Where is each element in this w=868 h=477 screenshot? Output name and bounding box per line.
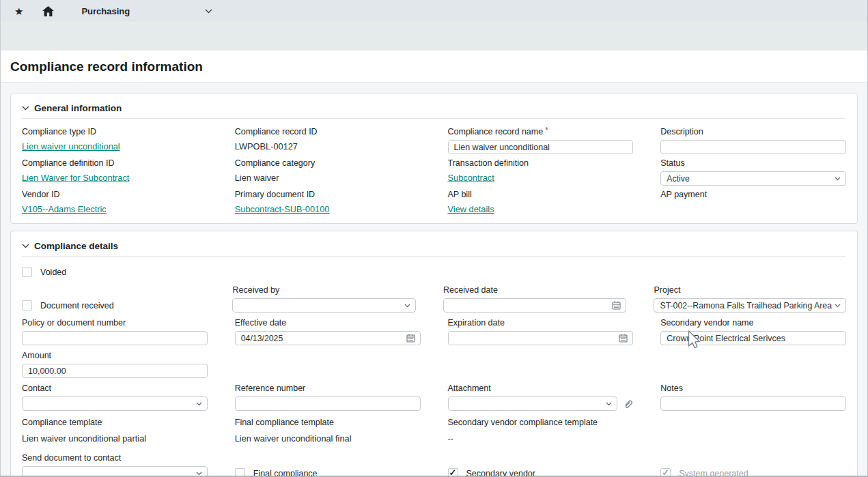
home-icon[interactable] <box>42 6 54 16</box>
field-attachment: Attachment <box>448 384 634 411</box>
checkbox-box <box>448 468 458 477</box>
field-label: Compliance type ID <box>22 127 208 136</box>
compliance-definition-id-link[interactable]: Lien Waiver for Subcontract <box>22 171 129 184</box>
field-vendor-id: Vendor ID V105--Adams Electric <box>22 190 208 215</box>
field-compliance-template: Compliance template Lien waiver uncondit… <box>22 418 208 444</box>
chevron-down-icon <box>196 402 202 406</box>
field-label: Primary document ID <box>235 190 421 199</box>
secondary-toolbar-band <box>1 23 867 50</box>
field-compliance-category: Compliance category Lien waiver <box>235 158 421 186</box>
field-description: Description <box>660 127 846 154</box>
field-final-compliance-template: Final compliance template Lien waiver un… <box>235 418 421 444</box>
checkbox-box <box>22 267 32 277</box>
field-label: Final compliance template <box>235 418 421 427</box>
chevron-down-icon <box>196 472 202 476</box>
field-label: Received by <box>232 285 415 295</box>
expiration-date-input[interactable] <box>448 331 634 345</box>
secondary-vendor-name-input[interactable] <box>660 331 846 345</box>
notes-input[interactable] <box>660 396 846 411</box>
checkbox-label: Final compliance <box>253 469 318 477</box>
compliance-record-name-input[interactable] <box>448 140 634 154</box>
send-document-to-contact-select[interactable] <box>22 466 208 477</box>
field-label: Compliance record name <box>448 127 544 136</box>
status-selected-value: Active <box>667 174 690 184</box>
description-input[interactable] <box>660 140 846 154</box>
effective-date-value: 04/13/2025 <box>241 334 283 343</box>
field-label: Contact <box>22 384 208 393</box>
chevron-down-icon <box>835 304 841 308</box>
field-label: Secondary vendor name <box>660 318 846 328</box>
secondary-vendor-compliance-template-value: -- <box>448 431 634 444</box>
field-compliance-record-name: Compliance record name * <box>448 127 634 154</box>
attachment-select[interactable] <box>448 396 618 411</box>
field-label: Compliance template <box>22 418 208 427</box>
field-label: Amount <box>22 351 208 360</box>
field-label: Compliance category <box>235 158 421 168</box>
general-information-section-header[interactable]: General information <box>22 100 846 113</box>
ap-bill-view-details-link[interactable]: View details <box>448 203 494 215</box>
field-compliance-type-id: Compliance type ID Lien waiver unconditi… <box>22 127 208 154</box>
field-compliance-definition-id: Compliance definition ID Lien Waiver for… <box>22 158 208 186</box>
field-label: Policy or document number <box>22 318 208 328</box>
field-policy-or-document-number: Policy or document number <box>22 318 208 345</box>
field-label: Project <box>654 285 846 295</box>
checkbox-label: Secondary vendor <box>466 469 535 477</box>
field-expiration-date: Expiration date <box>448 318 634 345</box>
compliance-record-id-value: LWPOBL-00127 <box>235 140 421 152</box>
field-received-date: Received date <box>443 285 627 313</box>
paperclip-icon[interactable] <box>623 399 633 409</box>
field-ap-bill: AP bill View details <box>448 190 634 215</box>
field-label: Send document to contact <box>22 453 208 463</box>
field-amount: Amount <box>22 351 208 378</box>
field-label: Transaction definition <box>448 158 634 168</box>
required-indicator: * <box>545 127 548 136</box>
effective-date-input[interactable]: 04/13/2025 <box>235 331 421 345</box>
favorites-star-icon[interactable]: ★ <box>14 6 23 16</box>
vendor-id-link[interactable]: V105--Adams Electric <box>22 203 107 215</box>
policy-or-document-number-input[interactable] <box>22 331 208 345</box>
field-project: Project ST-002--Ramona Falls Trailhead P… <box>654 285 846 313</box>
field-ap-payment: AP payment <box>660 190 846 215</box>
field-send-document-to-contact: Send document to contact <box>22 453 208 477</box>
compliance-type-id-link[interactable]: Lien waiver unconditional <box>22 140 120 152</box>
project-selected-value: ST-002--Ramona Falls Trailhead Parking A… <box>660 301 832 310</box>
chevron-down-icon <box>404 304 410 308</box>
field-transaction-definition: Transaction definition Subcontract <box>448 158 634 186</box>
field-contact: Contact <box>22 384 208 411</box>
received-by-select[interactable] <box>232 298 415 313</box>
field-label: Compliance record ID <box>235 127 421 136</box>
voided-checkbox[interactable]: Voided <box>22 267 846 277</box>
primary-document-id-link[interactable]: Subcontract-SUB-00100 <box>235 203 330 215</box>
field-effective-date: Effective date 04/13/2025 <box>235 318 421 345</box>
amount-input[interactable] <box>22 364 208 378</box>
checkbox-box <box>235 468 245 477</box>
field-secondary-vendor-compliance-template: Secondary vendor compliance template -- <box>448 418 634 444</box>
compliance-details-section-header[interactable]: Compliance details <box>22 238 846 251</box>
module-menu-label[interactable]: Purchasing <box>81 6 130 16</box>
final-compliance-checkbox[interactable]: Final compliance <box>235 468 421 477</box>
compliance-category-value: Lien waiver <box>235 171 421 184</box>
system-generated-checkbox: System generated <box>660 468 846 477</box>
checkbox-box <box>22 300 32 310</box>
top-navigation-bar: ★ Purchasing <box>1 0 867 23</box>
section-divider <box>22 118 846 119</box>
chevron-down-icon <box>835 177 841 181</box>
section-collapse-chevron-icon <box>22 106 29 111</box>
reference-number-input[interactable] <box>235 396 421 411</box>
field-label: AP bill <box>448 190 634 199</box>
received-date-input[interactable] <box>443 298 627 313</box>
final-compliance-template-value: Lien waiver unconditional final <box>235 431 421 444</box>
section-divider <box>22 256 846 257</box>
field-label: Vendor ID <box>22 190 208 199</box>
field-label: Status <box>660 158 846 168</box>
field-compliance-record-id: Compliance record ID LWPOBL-00127 <box>235 127 421 154</box>
secondary-vendor-checkbox[interactable]: Secondary vendor <box>448 468 634 477</box>
module-menu-chevron-down-icon[interactable] <box>205 9 212 14</box>
field-label: AP payment <box>660 190 846 199</box>
project-select[interactable]: ST-002--Ramona Falls Trailhead Parking A… <box>654 298 846 313</box>
document-received-checkbox[interactable]: Document received <box>22 300 205 310</box>
status-select[interactable]: Active <box>660 171 846 186</box>
field-label: Compliance definition ID <box>22 158 208 168</box>
transaction-definition-link[interactable]: Subcontract <box>448 171 494 184</box>
contact-select[interactable] <box>22 396 208 411</box>
